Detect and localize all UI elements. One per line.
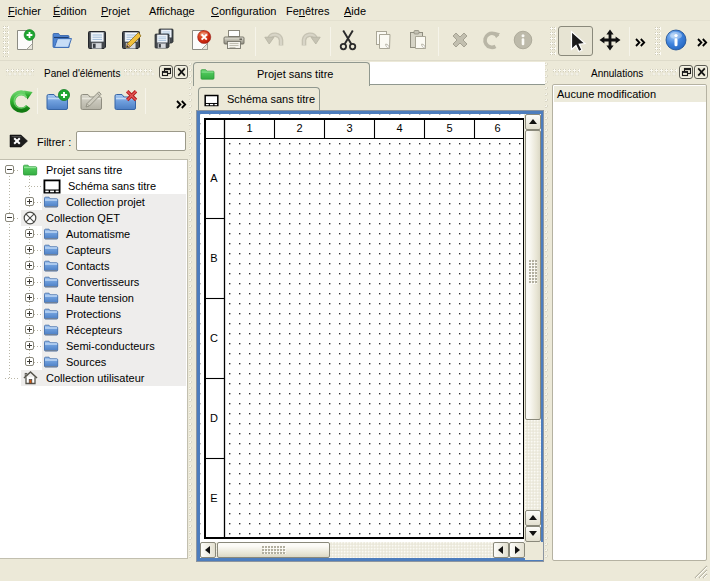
- svg-text:B: B: [210, 252, 217, 264]
- svg-text:6: 6: [494, 122, 500, 134]
- svg-text:4: 4: [396, 122, 402, 134]
- svg-text:3: 3: [346, 122, 352, 134]
- svg-text:C: C: [210, 332, 218, 344]
- svg-text:2: 2: [296, 122, 302, 134]
- svg-text:A: A: [210, 172, 218, 184]
- svg-text:D: D: [210, 412, 218, 424]
- svg-text:1: 1: [246, 122, 252, 134]
- svg-text:5: 5: [446, 122, 452, 134]
- svg-text:E: E: [210, 492, 217, 504]
